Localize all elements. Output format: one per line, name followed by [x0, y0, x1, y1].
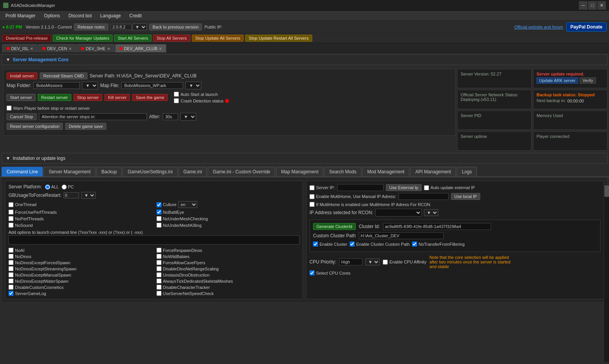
- enable-multihome-cb[interactable]: [310, 194, 315, 199]
- gbusage-dropdown[interactable]: ▼: [81, 192, 96, 199]
- tab-game-ini[interactable]: Game.ini: [178, 167, 207, 176]
- no-dinos-streaming-spawn-cb[interactable]: [8, 266, 13, 271]
- force-allow-cave-flyers-cb[interactable]: [156, 260, 162, 265]
- multihome-rcon-cb[interactable]: [310, 202, 315, 207]
- tab-close-she[interactable]: ✕: [107, 47, 110, 51]
- use-server-net-speed-cb[interactable]: [156, 291, 162, 296]
- select-cpu-cores-label[interactable]: Select CPU Cores: [310, 270, 601, 275]
- maximize-button[interactable]: □: [588, 1, 597, 10]
- no-under-mesh-killing-checkbox[interactable]: [156, 223, 162, 228]
- platform-pc-label[interactable]: PC: [62, 185, 74, 190]
- reset-config-button[interactable]: Reset server configuration: [7, 123, 63, 130]
- enable-cluster-label[interactable]: Enable Cluster: [313, 242, 347, 247]
- use-local-ip-button[interactable]: Use local IP: [451, 193, 481, 200]
- back-previous-version-button[interactable]: Back to previous version: [149, 23, 202, 30]
- menu-options[interactable]: Options: [40, 12, 64, 20]
- disable-character-tracker-label[interactable]: DisableCharacterTracker: [156, 285, 300, 290]
- unstasis-dino-cb[interactable]: [156, 272, 162, 277]
- enable-cpu-affinity-label[interactable]: Enable CPU Affinity: [383, 260, 426, 265]
- auto-start-checkbox[interactable]: [174, 92, 179, 97]
- force-respawn-dinos-label[interactable]: ForceRespawnDinos: [156, 248, 300, 253]
- force-respawn-dinos-cb[interactable]: [156, 248, 162, 253]
- no-dinos-forced-spawn-cb[interactable]: [8, 260, 13, 265]
- no-dinos-label[interactable]: NoDinos: [8, 254, 152, 259]
- restart-server-button[interactable]: Restart server: [38, 94, 71, 101]
- no-dinos-manual-spawn-label[interactable]: NoDinosExceptManualSpawn: [8, 272, 152, 277]
- tab-close-cen[interactable]: ✕: [69, 47, 72, 51]
- enable-cluster-custom-path-cb[interactable]: [350, 242, 355, 247]
- server-tab-dev-isl[interactable]: DEV_ISL ✕: [2, 44, 37, 52]
- menu-language[interactable]: Language: [96, 12, 124, 20]
- gbusage-input[interactable]: [64, 192, 79, 198]
- server-ip-input[interactable]: [337, 184, 384, 191]
- disable-custom-cosmetics-label[interactable]: DisableCustomCosmetics: [8, 285, 152, 290]
- platform-all-radio[interactable]: [45, 185, 50, 190]
- no-ai-label[interactable]: NoAI: [8, 248, 152, 253]
- no-under-mesh-checking-checkbox[interactable]: [156, 216, 162, 221]
- generate-cluster-id-button[interactable]: Generate ClusterId: [313, 223, 356, 230]
- platform-pc-radio[interactable]: [62, 185, 67, 190]
- stop-all-servers-button[interactable]: Stop All Servers: [153, 35, 190, 42]
- menu-credit[interactable]: Credit: [126, 12, 146, 20]
- section-header-server-mgmt[interactable]: ▼ Server Management Core: [2, 54, 607, 65]
- tab-close-club[interactable]: ✕: [159, 47, 162, 51]
- disable-custom-cosmetics-cb[interactable]: [8, 285, 13, 290]
- install-logs-section[interactable]: ▼ Installation or update logs: [2, 153, 607, 164]
- no-under-mesh-killing-label[interactable]: NoUnderMeshKilling: [156, 223, 300, 228]
- no-dinos-water-spawn-label[interactable]: NoDinosExceptWaterSpawn: [8, 278, 152, 283]
- no-sound-label[interactable]: NoSound: [8, 223, 152, 228]
- add-options-input[interactable]: [8, 235, 299, 245]
- tab-map-management[interactable]: Map Management: [276, 167, 323, 176]
- stop-update-all-servers-button[interactable]: Stop Update All Servers: [192, 35, 244, 42]
- no-wild-babies-label[interactable]: NoWildBabies: [156, 254, 300, 259]
- culture-select[interactable]: en: [178, 201, 197, 208]
- always-tick-skeletal-cb[interactable]: [156, 278, 162, 283]
- start-server-button[interactable]: Start server: [7, 94, 35, 101]
- no-dinos-forced-spawn-label[interactable]: NoDinosExceptForcedSpawn: [8, 260, 152, 265]
- close-button[interactable]: ✕: [597, 1, 606, 10]
- tab-close-isl[interactable]: ✕: [30, 47, 33, 51]
- enable-cluster-custom-path-label[interactable]: Enable Cluster Custom Path: [350, 242, 410, 247]
- no-ai-cb[interactable]: [8, 248, 13, 253]
- no-dinos-manual-spawn-cb[interactable]: [8, 272, 13, 277]
- server-tab-dev-cen[interactable]: DEV_CEN ✕: [38, 44, 76, 52]
- no-perf-threads-checkbox[interactable]: [8, 216, 13, 221]
- warn-player-label[interactable]: Warn Player before stop or restart serve…: [7, 106, 90, 111]
- select-cpu-cores-cb[interactable]: [310, 270, 315, 275]
- no-sound-checkbox[interactable]: [8, 223, 13, 228]
- tab-backup[interactable]: Backup: [96, 167, 122, 176]
- tab-logs[interactable]: Logs: [457, 167, 477, 176]
- paypal-donate-button[interactable]: PayPal Donate: [566, 22, 607, 32]
- enable-cpu-affinity-cb[interactable]: [383, 260, 388, 265]
- force-allow-cave-flyers-label[interactable]: ForceAllowCaveFlyers: [156, 260, 300, 265]
- server-tab-dev-she[interactable]: DEV_SHE ✕: [77, 44, 114, 52]
- tab-api-management[interactable]: API Management: [410, 167, 456, 176]
- menu-discord-bot[interactable]: Discord bot: [64, 12, 96, 20]
- cluster-id-input[interactable]: [383, 223, 491, 230]
- stop-server-button[interactable]: Stop server: [74, 94, 102, 101]
- map-folder-input[interactable]: [34, 82, 80, 89]
- no-dinos-streaming-spawn-label[interactable]: NoDinosExceptStreamingSpawn: [8, 266, 152, 271]
- stop-update-restart-all-button[interactable]: Stop Update Restart All Servers: [245, 35, 312, 42]
- enable-cluster-cb[interactable]: [313, 242, 318, 247]
- tab-mod-management[interactable]: Mod Management: [362, 167, 410, 176]
- server-tab-dev-ark-club[interactable]: DEV_ARK_CLUB ✕: [115, 44, 167, 52]
- map-file-input[interactable]: [121, 82, 183, 89]
- start-all-servers-button[interactable]: Start All Servers: [114, 35, 151, 42]
- map-file-select[interactable]: ▼: [185, 82, 201, 89]
- scrollbar-thumb[interactable]: [604, 185, 609, 197]
- version-input[interactable]: [111, 24, 132, 30]
- reinstall-steam-button[interactable]: Reinstall Steam CMD: [40, 72, 87, 79]
- install-server-button[interactable]: Install server: [7, 72, 37, 79]
- version-dropdown[interactable]: ▼: [133, 23, 147, 30]
- server-ip-checkbox[interactable]: [310, 185, 315, 190]
- enable-multihome-label[interactable]: Enable MultiHome, Use Manual IP Adress:: [310, 194, 396, 199]
- after-dropdown[interactable]: ▼: [180, 113, 196, 121]
- always-tick-skeletal-label[interactable]: AlwaysTickDedicatedSkeletalMeshes: [156, 278, 300, 283]
- update-ark-server-button[interactable]: Update ARK server: [537, 77, 578, 84]
- map-folder-select[interactable]: ▼: [82, 82, 98, 89]
- no-battl-eye-checkbox[interactable]: [156, 210, 162, 215]
- manual-ip-input[interactable]: [399, 193, 449, 200]
- unstasis-dino-label[interactable]: UnstasisDinoObstruction: [156, 272, 300, 277]
- tab-game-ini-custom[interactable]: Game.ini - Custom Override: [208, 167, 275, 176]
